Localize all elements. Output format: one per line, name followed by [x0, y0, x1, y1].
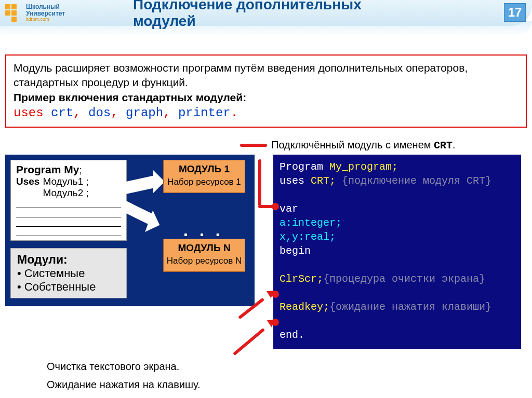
pointer-line-icon: [258, 159, 261, 206]
uses-line: Uses Модуль1 ; Модуль2 ;: [16, 176, 121, 199]
slide-title: Подключение дополнительных модулей: [133, 0, 399, 30]
logo-text: Школьный Университет itdrom.com: [26, 4, 65, 22]
logo-sub: itdrom.com: [26, 17, 65, 22]
module-n-box: МОДУЛЬ N Набор ресурсов N: [163, 239, 245, 272]
captions-below: Очистка текстового экрана. Ожидание нажа…: [47, 361, 532, 391]
caption-readkey: Ожидание нажатия на клавишу.: [47, 379, 532, 391]
blank-line: [16, 229, 121, 236]
pointer-bar-icon: [240, 144, 267, 147]
program-title: Program My;: [16, 163, 121, 176]
arrow-icon: [124, 200, 152, 226]
main-content: Program My; Uses Модуль1 ; Модуль2 ; МОД…: [0, 155, 532, 349]
ellipsis: . . .: [183, 220, 223, 240]
type-system: • Системные: [17, 267, 120, 280]
module-types-box: Модули: • Системные • Собственные: [10, 248, 127, 298]
uses-keyword: uses: [14, 106, 44, 120]
page-number: 17: [504, 3, 526, 22]
type-own: • Собственные: [17, 280, 120, 294]
intro-bold: Пример включения стандартных модулей:: [14, 90, 518, 105]
diagram-panel: Program My; Uses Модуль1 ; Модуль2 ; МОД…: [5, 155, 255, 306]
caption-top-row: Подключённый модуль с именем CRT.: [0, 139, 532, 152]
logo: Школьный Университет itdrom.com: [5, 4, 65, 22]
blank-line: [16, 210, 121, 217]
intro-text: Модуль расширяет возможности программ пу…: [14, 61, 518, 90]
intro-code: uses crt, dos, graph, printer.: [14, 105, 518, 121]
pointer-dot-icon: [272, 203, 279, 210]
module-crt: crt: [51, 106, 73, 120]
module-1-box: МОДУЛЬ 1 Набор ресурсов 1: [163, 160, 245, 193]
caption-clear-screen: Очистка текстового экрана.: [47, 361, 532, 373]
arrow-icon: [125, 175, 156, 195]
slide-header: Школьный Университет itdrom.com Подключе…: [0, 0, 532, 26]
code-block: Program My_program; uses CRT; {подключен…: [273, 155, 521, 349]
module-graph: graph: [126, 106, 163, 120]
module-printer: printer: [178, 106, 231, 120]
program-box: Program My; Uses Модуль1 ; Модуль2 ;: [10, 160, 127, 241]
intro-box: Модуль расширяет возможности программ пу…: [5, 54, 527, 128]
module-dos: dos: [88, 106, 111, 120]
blank-line: [16, 219, 121, 227]
logo-icon: [5, 4, 23, 22]
caption-top: Подключённый модуль с именем CRT.: [271, 139, 456, 152]
blank-line: [16, 201, 121, 208]
